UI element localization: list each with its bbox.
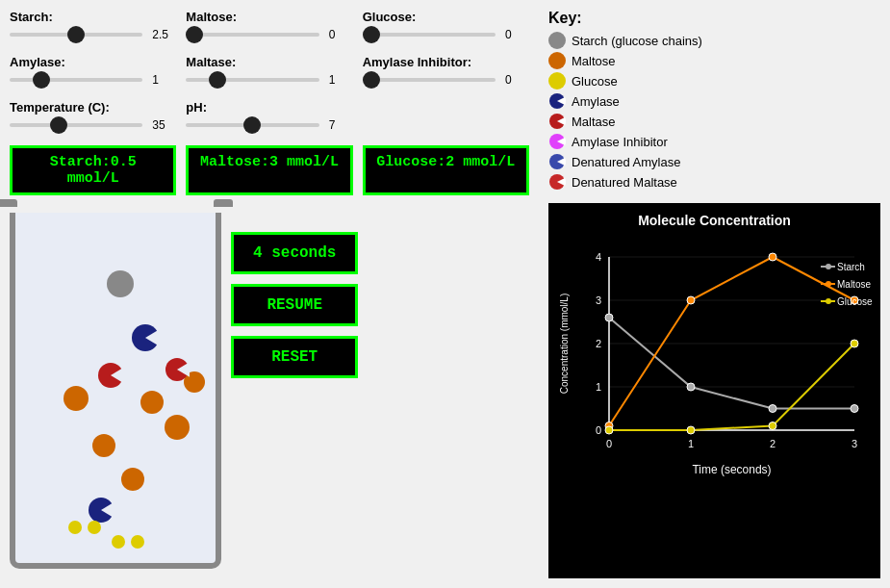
- maltose-value: 0: [329, 28, 353, 41]
- key-item-label: Maltase: [572, 115, 616, 129]
- key-item-label: Glucose: [572, 74, 618, 89]
- key-section: Key: Starch (glucose chains)MaltoseGluco…: [548, 10, 880, 193]
- maltase-slider[interactable]: [186, 78, 318, 82]
- molecule-amylase: [88, 497, 114, 524]
- molecule-glucose: [112, 535, 125, 549]
- chart-svg: 012340123Time (seconds)Concentration (mm…: [556, 228, 874, 478]
- svg-text:Glucose: Glucose: [837, 296, 873, 307]
- beaker-lip-left: [0, 199, 17, 207]
- starch-display: Starch:0.5 mmol/L: [10, 145, 176, 195]
- key-color-dot: [548, 32, 566, 49]
- amylase-value: 1: [152, 73, 176, 87]
- key-half-shape: [548, 173, 566, 191]
- maltose-control: Maltose: 0: [186, 10, 352, 47]
- temperature-value: 35: [152, 118, 176, 132]
- molecule-maltose: [64, 386, 89, 411]
- maltase-label: Maltase:: [186, 55, 352, 69]
- amylase-inhibitor-slider[interactable]: [363, 78, 496, 82]
- svg-point-28: [687, 383, 695, 391]
- key-item-label: Maltose: [572, 54, 616, 68]
- svg-text:3: 3: [595, 294, 600, 306]
- temperature-label: Temperature (C):: [10, 100, 176, 115]
- svg-point-38: [851, 340, 858, 347]
- ph-value: 7: [329, 118, 353, 132]
- key-item-label: Amylase: [572, 94, 620, 109]
- amylase-inhibitor-control: Amylase Inhibitor: 0: [363, 55, 529, 92]
- key-item: Maltose: [548, 52, 880, 69]
- svg-text:4: 4: [595, 251, 600, 263]
- sim-controls-panel: 4 seconds RESUME RESET: [231, 203, 358, 569]
- svg-text:1: 1: [595, 381, 600, 393]
- svg-text:Concentration (mmol/L): Concentration (mmol/L): [559, 294, 570, 394]
- amylase-inhibitor-value: 0: [505, 73, 529, 87]
- svg-text:2: 2: [769, 438, 775, 449]
- starch-control: Starch: 2.5: [10, 10, 176, 47]
- svg-point-33: [769, 253, 776, 261]
- svg-point-40: [826, 264, 831, 269]
- spacer: [363, 100, 529, 138]
- glucose-slider[interactable]: [363, 33, 496, 37]
- maltose-label: Maltose:: [186, 10, 352, 24]
- starch-slider[interactable]: [10, 33, 142, 37]
- key-item: Maltase: [548, 113, 880, 130]
- maltose-display: Maltose:3 mmol/L: [186, 145, 352, 195]
- temperature-slider[interactable]: [10, 123, 142, 127]
- molecule-glucose: [131, 535, 144, 549]
- maltase-control: Maltase: 1: [186, 55, 352, 92]
- svg-point-32: [687, 296, 695, 304]
- maltose-slider[interactable]: [186, 33, 318, 37]
- key-item: Amylase: [548, 92, 880, 110]
- temperature-control: Temperature (C): 35: [10, 100, 176, 138]
- svg-text:Maltose: Maltose: [837, 279, 871, 290]
- chart-area: Molecule Concentration 012340123Time (se…: [548, 203, 880, 578]
- glucose-value: 0: [505, 28, 529, 41]
- molecule-maltose: [140, 391, 164, 414]
- simulation-area: 4 seconds RESUME RESET: [10, 203, 529, 569]
- svg-text:0: 0: [605, 438, 611, 449]
- molecule-maltose: [165, 415, 190, 440]
- amylase-control: Amylase: 1: [10, 55, 176, 92]
- ph-slider[interactable]: [186, 123, 318, 127]
- glucose-display: Glucose:2 mmol/L: [363, 145, 529, 195]
- molecule-maltose: [92, 434, 115, 457]
- key-item-label: Starch (glucose chains): [572, 34, 702, 48]
- molecule-amylase: [131, 323, 160, 352]
- key-half-shape: [548, 92, 566, 110]
- svg-point-37: [769, 422, 776, 430]
- key-half-shape: [548, 153, 566, 170]
- amylase-inhibitor-label: Amylase Inhibitor:: [363, 55, 529, 69]
- molecule-glucose: [68, 521, 82, 534]
- beaker: [10, 213, 221, 569]
- molecule-glucose: [88, 521, 101, 534]
- maltase-value: 1: [329, 73, 353, 87]
- svg-point-43: [826, 281, 831, 287]
- svg-text:Starch: Starch: [837, 262, 865, 272]
- resume-button[interactable]: RESUME: [231, 284, 358, 326]
- amylase-label: Amylase:: [10, 55, 176, 69]
- svg-text:Time (seconds): Time (seconds): [692, 463, 771, 476]
- key-item-label: Amylase Inhibitor: [572, 135, 668, 149]
- key-half-shape: [548, 113, 566, 130]
- reset-button[interactable]: RESET: [231, 336, 358, 378]
- key-items: Starch (glucose chains)MaltoseGlucoseAmy…: [548, 32, 880, 191]
- amylase-slider[interactable]: [10, 78, 142, 82]
- svg-point-36: [687, 426, 695, 434]
- key-title: Key:: [548, 10, 880, 27]
- molecule-maltase: [165, 357, 190, 382]
- key-item: Denatured Amylase: [548, 153, 880, 170]
- key-item-label: Denatured Amylase: [572, 155, 680, 169]
- starch-label: Starch:: [10, 10, 176, 24]
- glucose-control: Glucose: 0: [363, 10, 529, 47]
- key-item: Amylase Inhibitor: [548, 133, 880, 150]
- key-half-shape: [548, 133, 566, 150]
- starch-value: 2.5: [152, 28, 176, 41]
- svg-point-35: [605, 426, 613, 434]
- key-color-dot: [548, 72, 566, 89]
- ph-label: pH:: [186, 100, 352, 115]
- svg-point-27: [605, 314, 613, 321]
- key-item: Starch (glucose chains): [548, 32, 880, 49]
- chart-title: Molecule Concentration: [548, 203, 880, 228]
- svg-point-29: [769, 405, 776, 413]
- key-item: Denatured Maltase: [548, 173, 880, 191]
- svg-text:2: 2: [595, 338, 600, 349]
